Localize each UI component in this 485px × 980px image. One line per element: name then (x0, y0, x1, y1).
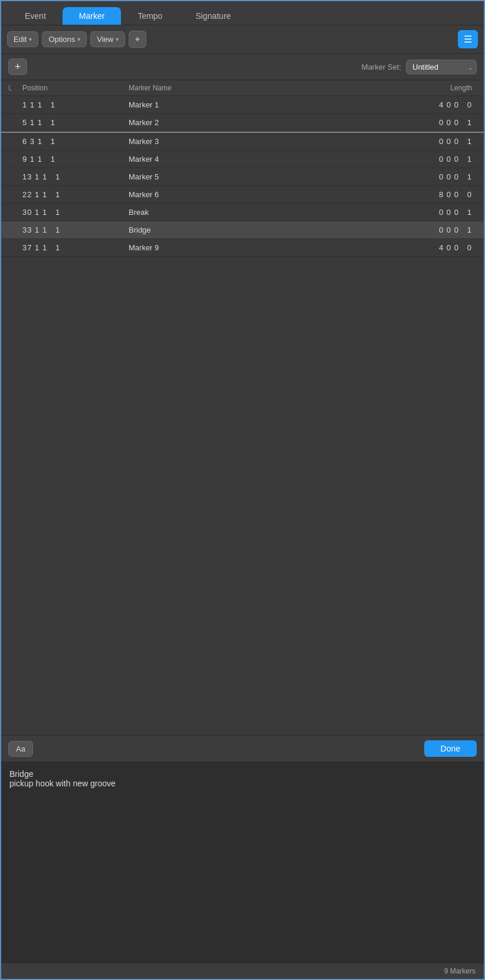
row-length: 0 0 0 1 (382, 137, 477, 146)
row-position: 33 1 1 1 (22, 226, 129, 234)
row-position: 22 1 1 1 (22, 190, 129, 199)
row-name: Marker 2 (129, 118, 382, 127)
table-row[interactable]: 5 1 1 1 Marker 2 0 0 0 1 (1, 114, 484, 132)
view-label: View (97, 35, 113, 44)
table-row[interactable]: 22 1 1 1 Marker 6 8 0 0 0 (1, 186, 484, 204)
row-length: 0 0 0 1 (382, 118, 477, 127)
tab-marker[interactable]: Marker (63, 7, 122, 25)
table-row[interactable]: 37 1 1 1 Marker 9 4 0 0 0 (1, 239, 484, 257)
tab-event[interactable]: Event (8, 7, 63, 25)
edit-button[interactable]: Edit ▾ (7, 31, 38, 47)
row-name: Marker 9 (129, 243, 382, 252)
marker-set-bar: + Marker Set: Untitled (1, 54, 484, 80)
notes-area (1, 762, 484, 963)
status-bar: 9 Markers (1, 963, 484, 979)
bottom-bar: Aa Done (1, 735, 484, 762)
row-length: 0 0 0 1 (382, 226, 477, 234)
list-icon: ☰ (464, 34, 472, 45)
row-position: 30 1 1 1 (22, 208, 129, 217)
row-length: 0 0 0 1 (382, 208, 477, 217)
notes-textarea[interactable] (9, 769, 476, 956)
row-position: 6 3 1 1 (22, 137, 129, 146)
tab-signature[interactable]: Signature (179, 7, 247, 25)
row-length: 8 0 0 0 (382, 190, 477, 199)
add-marker-button[interactable]: + (8, 58, 27, 75)
row-name: Marker 4 (129, 155, 382, 164)
row-name: Marker 6 (129, 190, 382, 199)
tab-tempo[interactable]: Tempo (121, 7, 179, 25)
snap-icon: ⌖ (135, 34, 140, 44)
row-name: Marker 5 (129, 172, 382, 181)
list-view-button[interactable]: ☰ (458, 30, 478, 48)
options-chevron-icon: ▾ (77, 36, 80, 43)
tab-bar: Event Marker Tempo Signature (1, 1, 484, 25)
marker-set-select[interactable]: Untitled (406, 60, 477, 74)
view-button[interactable]: View ▾ (90, 31, 125, 47)
table-body: 1 1 1 1 Marker 1 4 0 0 0 5 1 1 1 Marker … (1, 96, 484, 735)
status-text: 9 Markers (444, 967, 476, 975)
table-header: L Position Marker Name Length (1, 80, 484, 96)
font-button[interactable]: Aa (8, 741, 33, 757)
row-name: Marker 3 (129, 137, 382, 146)
view-chevron-icon: ▾ (116, 36, 119, 43)
options-label: Options (48, 35, 75, 44)
header-l: L (8, 84, 22, 92)
row-length: 0 0 0 1 (382, 172, 477, 181)
marker-set-label: Marker Set: (362, 63, 401, 71)
row-name: Break (129, 208, 382, 217)
row-length: 0 0 0 1 (382, 155, 477, 164)
edit-chevron-icon: ▾ (29, 36, 32, 43)
row-position: 13 1 1 1 (22, 172, 129, 181)
row-position: 5 1 1 1 (22, 118, 129, 127)
table-row[interactable]: 9 1 1 1 Marker 4 0 0 0 1 (1, 151, 484, 168)
row-name: Marker 1 (129, 100, 382, 109)
row-position: 1 1 1 1 (22, 100, 129, 109)
table-row[interactable]: 6 3 1 1 Marker 3 0 0 0 1 (1, 132, 484, 151)
header-name: Marker Name (129, 84, 382, 92)
table-row[interactable]: 33 1 1 1 Bridge 0 0 0 1 (1, 221, 484, 239)
toolbar: Edit ▾ Options ▾ View ▾ ⌖ ☰ (1, 25, 484, 54)
table-row[interactable]: 13 1 1 1 Marker 5 0 0 0 1 (1, 168, 484, 186)
header-position: Position (22, 84, 129, 92)
row-length: 4 0 0 0 (382, 100, 477, 109)
row-position: 37 1 1 1 (22, 243, 129, 252)
options-button[interactable]: Options ▾ (42, 31, 87, 47)
row-length: 4 0 0 0 (382, 243, 477, 252)
header-length: Length (382, 84, 477, 92)
table-container: L Position Marker Name Length 1 1 1 1 Ma… (1, 80, 484, 735)
edit-label: Edit (14, 35, 27, 44)
table-row[interactable]: 1 1 1 1 Marker 1 4 0 0 0 (1, 96, 484, 114)
row-position: 9 1 1 1 (22, 155, 129, 164)
row-name: Bridge (129, 226, 382, 234)
marker-set-wrapper: Untitled (406, 60, 477, 74)
table-row[interactable]: 30 1 1 1 Break 0 0 0 1 (1, 204, 484, 221)
snap-button[interactable]: ⌖ (129, 31, 146, 48)
done-button[interactable]: Done (424, 740, 477, 757)
